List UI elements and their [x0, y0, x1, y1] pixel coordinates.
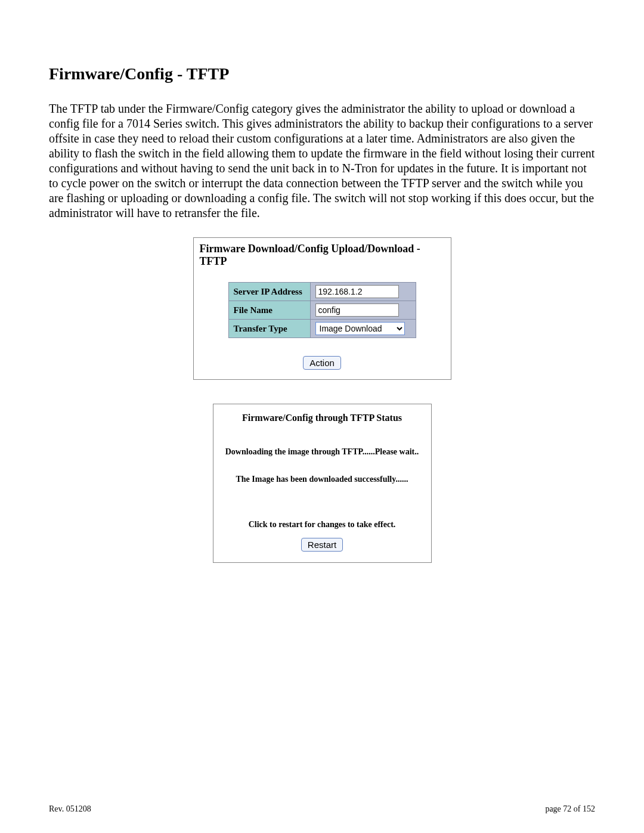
restart-button[interactable]: Restart: [301, 538, 343, 552]
footer-page-number: page 72 of 152: [545, 804, 595, 814]
file-name-cell: [310, 301, 416, 320]
tftp-panel-title: Firmware Download/Config Upload/Download…: [199, 243, 446, 268]
status-downloading-message: Downloading the image through TFTP......…: [219, 447, 425, 457]
action-button[interactable]: Action: [303, 356, 341, 370]
table-row: File Name: [228, 301, 416, 320]
transfer-type-label: Transfer Type: [228, 320, 310, 338]
status-restart-prompt: Click to restart for changes to take eff…: [219, 520, 425, 529]
server-ip-input[interactable]: [315, 285, 399, 298]
server-ip-label: Server IP Address: [228, 283, 310, 301]
server-ip-cell: [310, 283, 416, 301]
page-footer: Rev. 051208 page 72 of 152: [49, 804, 595, 814]
table-row: Transfer Type Image Download: [228, 320, 416, 338]
tftp-status-panel: Firmware/Config through TFTP Status Down…: [213, 404, 432, 563]
intro-paragraph: The TFTP tab under the Firmware/Config c…: [49, 101, 595, 221]
file-name-input[interactable]: [315, 304, 399, 317]
transfer-type-select[interactable]: Image Download: [315, 322, 405, 335]
table-row: Server IP Address: [228, 283, 416, 301]
file-name-label: File Name: [228, 301, 310, 320]
transfer-type-cell: Image Download: [310, 320, 416, 338]
status-panel-title: Firmware/Config through TFTP Status: [219, 413, 425, 423]
status-success-message: The Image has been downloaded successful…: [219, 475, 425, 484]
tftp-form-table: Server IP Address File Name Transfer Typ…: [228, 282, 416, 338]
tftp-form-panel: Firmware Download/Config Upload/Download…: [193, 237, 451, 380]
footer-revision: Rev. 051208: [49, 804, 91, 814]
page-title: Firmware/Config - TFTP: [49, 64, 595, 83]
